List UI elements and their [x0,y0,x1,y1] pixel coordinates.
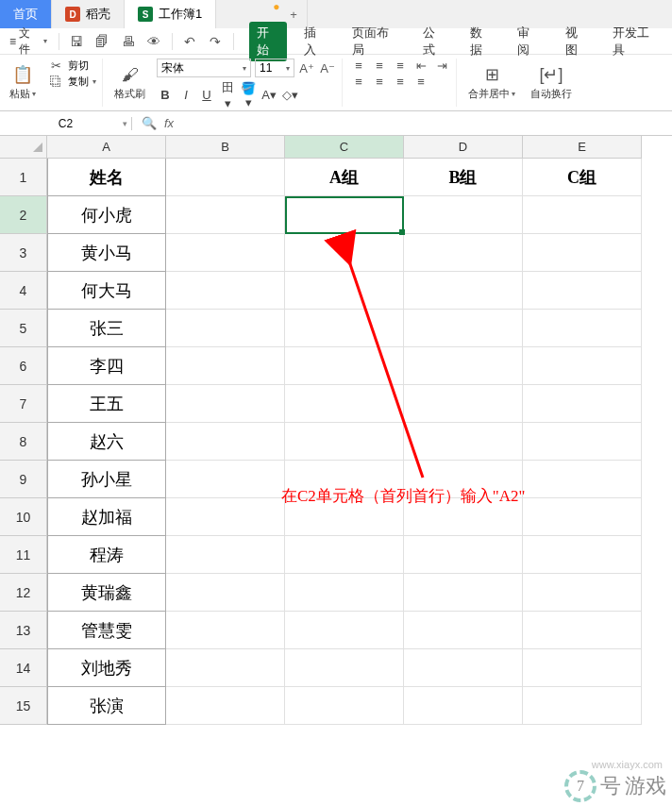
cell[interactable] [523,536,642,574]
align-right-icon[interactable]: ≡ [392,75,409,89]
cell[interactable] [404,649,523,687]
row-header[interactable]: 7 [0,385,47,423]
cell[interactable] [285,272,404,310]
merge-icon[interactable]: ⊞ [485,64,499,85]
cell[interactable]: 张演 [47,687,166,725]
clear-button[interactable]: ◇▾ [281,88,298,102]
paste-icon[interactable]: 📋 [12,64,33,85]
row-header[interactable]: 1 [0,159,47,196]
column-header-c[interactable]: C [285,136,404,159]
formula-input-area[interactable]: 🔍 fx [132,116,174,130]
cell[interactable] [166,536,285,574]
row-header[interactable]: 5 [0,310,47,347]
cell[interactable] [523,310,642,347]
ribbon-tab-data[interactable]: 数据 [462,22,500,61]
cell[interactable] [285,649,404,687]
row-header[interactable]: 12 [0,574,47,612]
cell[interactable] [166,234,285,272]
cell[interactable] [523,347,642,385]
cell[interactable] [404,347,523,385]
merge-label[interactable]: 合并居中▾ [468,87,515,101]
row-header[interactable]: 3 [0,234,47,272]
row-header[interactable]: 14 [0,649,47,687]
cell[interactable] [523,196,642,234]
formatpainter-label[interactable]: 格式刷 [114,87,145,101]
save-icon[interactable]: 🖫 [67,31,87,52]
undo-button[interactable]: ↶ [179,31,199,52]
indent-left-icon[interactable]: ⇤ [412,59,429,73]
align-bottom-icon[interactable]: ≡ [392,59,409,73]
cell[interactable]: 何小虎 [47,196,166,234]
cell[interactable] [166,649,285,687]
ribbon-tab-dev[interactable]: 开发工具 [605,22,666,61]
cell[interactable] [166,612,285,649]
column-header-e[interactable]: E [523,136,642,159]
row-header[interactable]: 8 [0,423,47,461]
cell[interactable] [404,687,523,725]
row-header[interactable]: 10 [0,498,47,536]
cell[interactable] [285,612,404,649]
column-header-d[interactable]: D [404,136,523,159]
cell-selected[interactable] [285,196,404,234]
cell[interactable] [523,498,642,536]
fill-color-button[interactable]: 🪣▾ [240,81,257,109]
increase-font-icon[interactable]: A⁺ [298,61,315,76]
cell[interactable] [404,612,523,649]
cell[interactable]: 何大马 [47,272,166,310]
justify-icon[interactable]: ≡ [412,75,429,89]
cell[interactable] [285,385,404,423]
decrease-font-icon[interactable]: A⁻ [319,61,336,76]
cell[interactable] [166,423,285,461]
cell[interactable]: 管慧雯 [47,612,166,649]
cell[interactable]: C组 [523,159,642,196]
cell[interactable] [166,159,285,196]
cell[interactable] [404,272,523,310]
cell[interactable] [166,574,285,612]
cell[interactable] [166,498,285,536]
search-icon[interactable]: 🔍 [142,116,157,130]
cell[interactable]: B组 [404,159,523,196]
cell[interactable] [285,536,404,574]
select-all-corner[interactable] [0,136,47,159]
ribbon-tab-formula[interactable]: 公式 [415,22,453,61]
row-header[interactable]: 6 [0,347,47,385]
cell[interactable] [523,461,642,498]
row-header[interactable]: 9 [0,461,47,498]
preview-icon[interactable]: 👁 [143,31,163,52]
cell[interactable] [166,687,285,725]
align-left-icon[interactable]: ≡ [350,75,367,89]
row-header[interactable]: 4 [0,272,47,310]
tab-document-2[interactable]: S 工作簿1 [125,0,216,28]
cell[interactable]: 孙小星 [47,461,166,498]
cell[interactable]: 程涛 [47,536,166,574]
redo-button[interactable]: ↷ [206,31,226,52]
ribbon-tab-insert[interactable]: 插入 [296,22,334,61]
cell[interactable] [285,310,404,347]
cell[interactable] [523,612,642,649]
cell[interactable]: 王五 [47,385,166,423]
cell[interactable]: 姓名 [47,159,166,196]
cell[interactable] [166,196,285,234]
cell[interactable] [404,536,523,574]
cell[interactable] [166,272,285,310]
paste-label[interactable]: 粘贴▾ [9,87,36,101]
cell[interactable] [285,423,404,461]
cell[interactable] [285,687,404,725]
column-header-a[interactable]: A [47,136,166,159]
ribbon-tab-review[interactable]: 审阅 [510,22,547,61]
cell[interactable] [404,310,523,347]
cell[interactable]: 赵六 [47,423,166,461]
cell[interactable] [285,234,404,272]
cell[interactable] [285,347,404,385]
ribbon-tab-pagelayout[interactable]: 页面布局 [344,22,406,61]
font-color-button[interactable]: A▾ [260,88,277,102]
cell[interactable]: 李四 [47,347,166,385]
align-center-icon[interactable]: ≡ [371,75,388,89]
ribbon-tab-start[interactable]: 开始 [249,22,287,61]
cell[interactable]: 张三 [47,310,166,347]
cell[interactable] [404,385,523,423]
save-as-icon[interactable]: 🗐 [92,31,112,52]
cell[interactable] [404,423,523,461]
ribbon-tab-view[interactable]: 视图 [558,22,596,61]
cell[interactable] [523,234,642,272]
